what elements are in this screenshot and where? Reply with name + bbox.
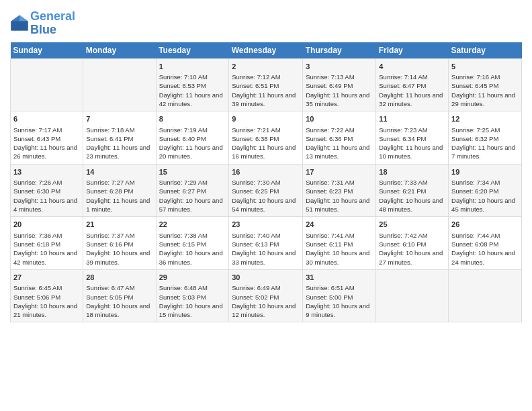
day-info: Sunset: 6:49 PM <box>306 81 373 90</box>
day-number: 21 <box>86 220 152 230</box>
calendar-cell: 1Sunrise: 7:10 AMSunset: 6:53 PMDaylight… <box>156 58 229 111</box>
day-info: Sunset: 6:34 PM <box>379 134 445 143</box>
day-number: 19 <box>451 167 519 177</box>
day-info: Daylight: 11 hours and 26 minutes. <box>13 143 80 161</box>
weekday-header-friday: Friday <box>376 42 449 59</box>
calendar-cell: 21Sunrise: 7:37 AMSunset: 6:16 PMDayligh… <box>83 217 156 270</box>
day-info: Daylight: 11 hours and 4 minutes. <box>13 196 80 214</box>
calendar-cell: 14Sunrise: 7:27 AMSunset: 6:28 PMDayligh… <box>83 164 156 217</box>
calendar-table: SundayMondayTuesdayWednesdayThursdayFrid… <box>10 42 522 323</box>
day-info: Sunset: 6:21 PM <box>379 187 445 195</box>
day-info: Daylight: 10 hours and 21 minutes. <box>13 302 80 320</box>
day-number: 12 <box>451 114 519 124</box>
day-info: Daylight: 11 hours and 39 minutes. <box>232 91 300 109</box>
day-info: Daylight: 11 hours and 20 minutes. <box>159 143 226 161</box>
day-info: Daylight: 11 hours and 7 minutes. <box>451 143 519 161</box>
day-info: Sunset: 6:11 PM <box>306 240 373 248</box>
day-info: Sunrise: 7:37 AM <box>86 231 152 240</box>
day-number: 7 <box>86 114 152 124</box>
calendar-week-3: 13Sunrise: 7:26 AMSunset: 6:30 PMDayligh… <box>11 164 522 217</box>
day-info: Sunrise: 7:21 AM <box>232 126 300 134</box>
day-number: 16 <box>232 167 300 177</box>
day-info: Daylight: 10 hours and 54 minutes. <box>232 196 300 214</box>
calendar-cell <box>376 269 449 322</box>
day-number: 11 <box>379 114 445 124</box>
day-info: Daylight: 10 hours and 51 minutes. <box>306 196 373 214</box>
day-info: Sunset: 6:20 PM <box>451 187 519 195</box>
day-info: Daylight: 11 hours and 1 minute. <box>86 196 152 214</box>
day-info: Daylight: 11 hours and 32 minutes. <box>379 91 445 109</box>
day-info: Daylight: 11 hours and 35 minutes. <box>306 91 373 109</box>
calendar-cell: 15Sunrise: 7:29 AMSunset: 6:27 PMDayligh… <box>156 164 229 217</box>
day-info: Sunrise: 7:42 AM <box>379 231 445 240</box>
day-info: Sunset: 5:00 PM <box>306 293 373 302</box>
day-info: Sunrise: 7:10 AM <box>159 73 226 81</box>
calendar-cell: 11Sunrise: 7:23 AMSunset: 6:34 PMDayligh… <box>376 111 449 165</box>
day-info: Sunrise: 7:34 AM <box>451 178 519 187</box>
calendar-cell: 12Sunrise: 7:25 AMSunset: 6:32 PMDayligh… <box>449 111 522 165</box>
day-number: 15 <box>159 167 226 177</box>
calendar-cell: 28Sunrise: 6:47 AMSunset: 5:05 PMDayligh… <box>83 269 156 322</box>
day-info: Sunrise: 7:22 AM <box>306 126 373 134</box>
calendar-week-1: 1Sunrise: 7:10 AMSunset: 6:53 PMDaylight… <box>11 58 522 111</box>
day-info: Sunrise: 7:29 AM <box>159 178 226 187</box>
day-info: Sunset: 6:47 PM <box>379 81 445 90</box>
day-number: 25 <box>379 220 445 230</box>
day-number: 31 <box>306 273 373 283</box>
weekday-header-monday: Monday <box>83 42 156 59</box>
day-info: Sunset: 5:02 PM <box>232 293 300 302</box>
day-info: Sunrise: 7:44 AM <box>451 231 519 240</box>
day-info: Sunrise: 7:16 AM <box>451 73 519 81</box>
calendar-cell: 22Sunrise: 7:38 AMSunset: 6:15 PMDayligh… <box>156 217 229 270</box>
day-info: Daylight: 11 hours and 16 minutes. <box>232 143 300 161</box>
day-info: Sunset: 5:06 PM <box>13 293 80 302</box>
calendar-cell <box>83 58 156 111</box>
calendar-cell: 7Sunrise: 7:18 AMSunset: 6:41 PMDaylight… <box>83 111 156 165</box>
day-info: Sunset: 6:38 PM <box>232 134 300 143</box>
day-info: Sunrise: 7:14 AM <box>379 73 445 81</box>
calendar-cell <box>11 58 83 111</box>
day-info: Sunset: 5:05 PM <box>86 293 152 302</box>
day-info: Sunset: 6:45 PM <box>451 81 519 90</box>
day-info: Sunrise: 6:48 AM <box>159 283 226 292</box>
day-info: Sunset: 6:30 PM <box>13 187 80 195</box>
calendar-cell: 30Sunrise: 6:49 AMSunset: 5:02 PMDayligh… <box>229 269 303 322</box>
day-number: 10 <box>306 114 373 124</box>
day-info: Daylight: 11 hours and 29 minutes. <box>451 91 519 109</box>
day-info: Daylight: 10 hours and 12 minutes. <box>232 302 300 320</box>
day-info: Sunset: 6:32 PM <box>451 134 519 143</box>
calendar-cell: 9Sunrise: 7:21 AMSunset: 6:38 PMDaylight… <box>229 111 303 165</box>
day-info: Sunrise: 6:49 AM <box>232 283 300 292</box>
day-info: Sunrise: 6:45 AM <box>13 283 80 292</box>
day-number: 5 <box>451 62 519 72</box>
day-number: 22 <box>159 220 226 230</box>
day-info: Daylight: 10 hours and 39 minutes. <box>86 248 152 267</box>
day-info: Sunrise: 7:18 AM <box>86 126 152 134</box>
day-info: Sunrise: 6:51 AM <box>306 283 373 292</box>
day-info: Daylight: 11 hours and 10 minutes. <box>379 143 445 161</box>
day-info: Daylight: 11 hours and 13 minutes. <box>306 143 373 161</box>
day-info: Sunrise: 7:17 AM <box>13 126 80 134</box>
day-info: Daylight: 10 hours and 15 minutes. <box>159 302 226 320</box>
svg-marker-1 <box>19 15 28 21</box>
day-number: 14 <box>86 167 152 177</box>
day-info: Daylight: 10 hours and 18 minutes. <box>86 302 152 320</box>
day-info: Sunrise: 7:38 AM <box>159 231 226 240</box>
calendar-week-4: 20Sunrise: 7:36 AMSunset: 6:18 PMDayligh… <box>11 217 522 270</box>
day-info: Sunset: 6:08 PM <box>451 240 519 248</box>
day-number: 6 <box>13 114 80 124</box>
day-info: Daylight: 10 hours and 24 minutes. <box>451 248 519 267</box>
day-number: 2 <box>232 62 300 72</box>
day-number: 4 <box>379 62 445 72</box>
logo: General Blue <box>10 10 75 37</box>
weekday-header-wednesday: Wednesday <box>229 42 303 59</box>
calendar-cell: 25Sunrise: 7:42 AMSunset: 6:10 PMDayligh… <box>376 217 449 270</box>
day-info: Daylight: 10 hours and 45 minutes. <box>451 196 519 214</box>
day-info: Daylight: 10 hours and 48 minutes. <box>379 196 445 214</box>
day-number: 18 <box>379 167 445 177</box>
day-info: Sunrise: 7:41 AM <box>306 231 373 240</box>
day-info: Sunrise: 7:19 AM <box>159 126 226 134</box>
calendar-cell <box>449 269 522 322</box>
day-info: Sunrise: 7:23 AM <box>379 126 445 134</box>
calendar-cell: 6Sunrise: 7:17 AMSunset: 6:43 PMDaylight… <box>11 111 83 165</box>
